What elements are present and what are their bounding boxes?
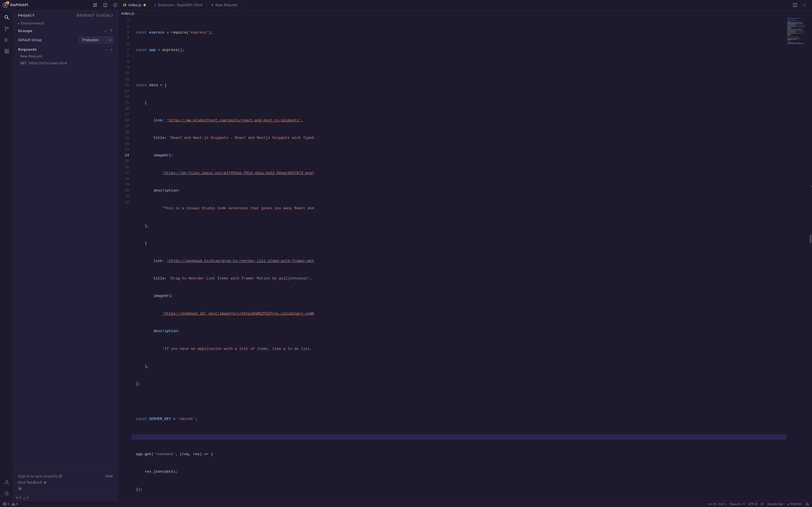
code-line-15: title: 'Drag-to-Reorder List Items with … [132, 276, 786, 282]
main-layout: Project Default (local) ▾ Environments G… [0, 10, 812, 501]
tabs-container: JS index.js ⚡ Extension: RapidAPI Client… [119, 0, 791, 10]
environments-label: Environments [21, 21, 45, 25]
groups-header: Groups + [13, 27, 117, 35]
sync-text[interactable]: Sign-in to sync projects [18, 474, 62, 478]
warning-count[interactable]: 0 [11, 502, 18, 506]
editor-content: 1 2 3 4 5 6 7 8 9 10 11 12 13 14 15 16 1… [118, 17, 812, 501]
request-item-new[interactable]: New Request [13, 53, 117, 60]
line-num-17: 17 [120, 112, 129, 118]
svg-point-30 [6, 481, 8, 483]
line-ending-setting[interactable]: LF [761, 502, 764, 506]
more-actions-icon[interactable] [801, 1, 809, 9]
code-line-13: { [132, 240, 786, 246]
line-num-10: 10 [120, 71, 129, 76]
svg-point-15 [804, 6, 805, 6]
environment-dropdown[interactable]: Production Staging Development [79, 37, 113, 43]
formatter-setting[interactable]: Prettier [786, 502, 802, 506]
bell-button[interactable] [806, 502, 809, 506]
feedback-text[interactable]: Give feedback [18, 481, 42, 485]
tab-new-request[interactable]: ✦ New Request [207, 0, 242, 10]
external-link-icon [43, 481, 47, 484]
code-line-1: const express = require('express'); [132, 30, 786, 36]
default-group-name: Default Group [18, 38, 77, 42]
tab-modified-dot [144, 4, 146, 6]
code-line-19: 'If you have an application with a list … [132, 346, 786, 352]
code-line-9: 'https://ph-files.imgix.net/b17455eb-f82… [132, 170, 786, 176]
add-group-icon[interactable]: + [104, 29, 107, 33]
line-num-5: 5 [120, 41, 129, 47]
code-line-25: app.get('/content', (req, res) => { [132, 452, 786, 457]
activity-account[interactable] [2, 477, 12, 487]
code-line-5: { [132, 100, 786, 106]
titlebar: 1 RAPIDAPI ? JS index.js ⚡ Extension: Ra… [0, 0, 812, 10]
scrollbar-thumb[interactable] [810, 235, 811, 243]
breadcrumb-bar: index.js › ... [118, 10, 812, 17]
layout-icon[interactable] [101, 1, 109, 9]
activity-extensions[interactable] [2, 46, 12, 56]
split-editor-icon[interactable] [791, 1, 799, 9]
language-label: JavaScript [767, 502, 783, 506]
line-num-13: 13 [120, 89, 129, 94]
cursor-position[interactable]: Ln 24, Col 1 [708, 502, 726, 506]
tab-label: Extension: RapidAPI Client [158, 3, 203, 7]
spaces-setting[interactable]: Spaces: 4 [730, 502, 745, 506]
line-num-21: 21 [120, 135, 129, 141]
encoding-setting[interactable]: UTF-8 [748, 502, 757, 506]
activity-debug[interactable] [2, 35, 12, 45]
code-line-26: res.json(data); [132, 469, 786, 475]
svg-rect-26 [5, 49, 6, 51]
settings-icon[interactable] [18, 487, 22, 491]
tab-label: index.js [128, 3, 141, 7]
code-line-12: }, [132, 223, 786, 229]
filter-groups-icon[interactable] [109, 29, 113, 33]
logo-icon: 1 [2, 2, 8, 8]
groups-actions: + [104, 29, 113, 33]
status-left: 0 0 [3, 502, 18, 506]
more-requests-icon[interactable]: ⋯ [104, 47, 108, 52]
language-setting[interactable]: JavaScript [767, 502, 783, 506]
code-line-27: }); [132, 487, 786, 493]
requests-actions: ⋯ + [104, 47, 113, 52]
request-item-label: New Request [20, 54, 43, 58]
request-item-get[interactable]: GET https://echo.paw.cloud [13, 60, 117, 66]
error-indicator: ⊘ 0 [16, 496, 21, 500]
encoding-label: UTF-8 [748, 502, 757, 506]
code-line-23: const SERVER_KEY = 'secret'; [132, 416, 786, 422]
code-line-4: const data = [ [132, 82, 786, 89]
feedback-row: Give feedback [18, 480, 113, 486]
activity-git[interactable] [2, 24, 12, 34]
hide-button[interactable]: Hide [105, 474, 113, 478]
code-line-20: }, [132, 363, 786, 370]
line-num-28: 28 [120, 176, 129, 182]
explorer-icon[interactable] [91, 1, 99, 9]
add-request-icon[interactable]: + [110, 47, 113, 52]
svg-point-31 [6, 493, 7, 494]
status-right: Ln 24, Col 1 Spaces: 4 UTF-8 LF JavaScri… [708, 502, 809, 506]
code-editor[interactable]: const express = require('express'); cons… [132, 17, 786, 501]
line-num-12: 12 [120, 82, 129, 89]
bell-icon [806, 502, 809, 506]
scrollbar[interactable] [809, 17, 812, 501]
environments-section[interactable]: ▾ Environments [13, 20, 117, 27]
environment-dropdown-wrapper[interactable]: Production Staging Development [79, 37, 113, 43]
minimap-content [786, 17, 809, 45]
svg-rect-29 [7, 52, 9, 53]
svg-point-1 [4, 4, 6, 6]
svg-rect-27 [7, 49, 9, 51]
tab-extension[interactable]: ⚡ Extension: RapidAPI Client [150, 0, 207, 10]
line-num-25: 25 [120, 159, 129, 165]
svg-marker-22 [6, 38, 8, 42]
error-count[interactable]: 0 [3, 502, 9, 506]
request-method-label: GET [20, 61, 27, 65]
svg-point-13 [804, 3, 805, 4]
code-line-10: description: [132, 188, 786, 194]
activity-settings[interactable] [2, 489, 12, 499]
activity-search[interactable] [2, 12, 12, 22]
help-icon[interactable]: ? [111, 1, 119, 9]
svg-rect-35 [44, 482, 45, 484]
tab-index-js[interactable]: JS index.js [119, 0, 150, 10]
error-icon [3, 502, 6, 506]
line-num-11: 11 [120, 76, 129, 82]
line-num-19: 19 [120, 123, 129, 129]
line-num-27: 27 [120, 170, 129, 176]
